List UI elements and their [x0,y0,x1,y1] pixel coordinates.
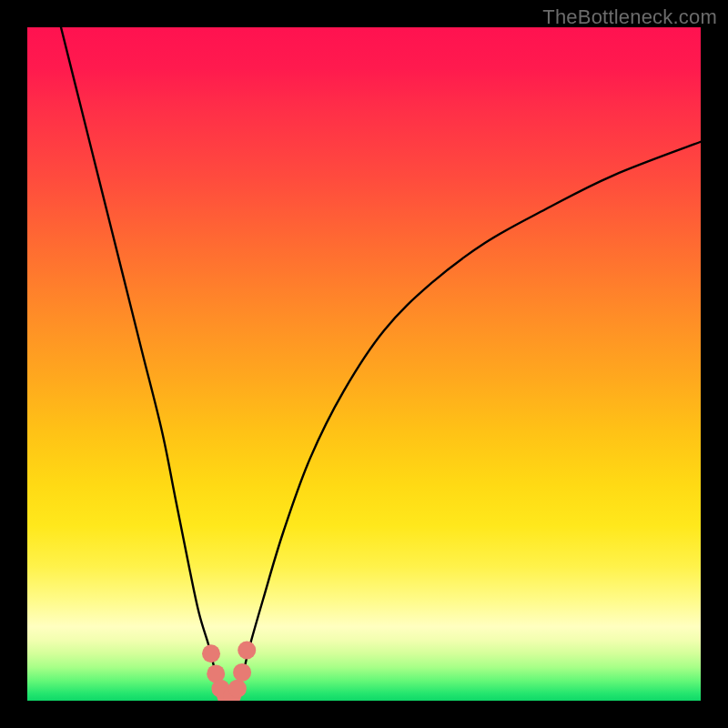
highlight-dot [228,680,247,698]
plot-area [27,27,701,701]
highlight-dot [202,644,220,662]
curve-layer [27,27,701,701]
bottleneck-curve [61,27,701,698]
marker-group [202,642,256,702]
highlight-dot [233,663,251,682]
watermark-text: TheBottleneck.com [542,5,717,29]
chart-frame: TheBottleneck.com [0,0,728,728]
highlight-dot [238,642,256,660]
